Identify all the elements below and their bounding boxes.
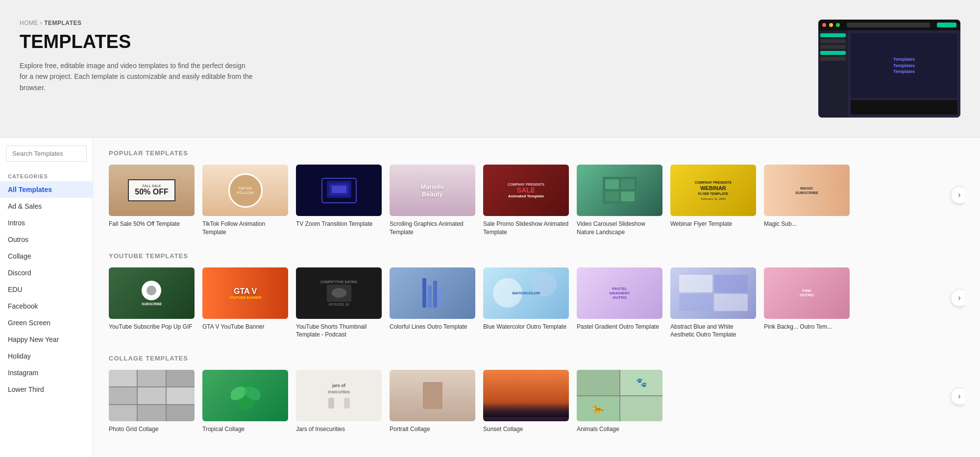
template-card-blue-watercolor[interactable]: WATERCOLOR Blue Watercolor Outro Templat… — [483, 267, 569, 339]
breadcrumb-sep: › — [40, 20, 43, 26]
preview-timeline — [851, 100, 957, 115]
template-thumb-yt-shorts: COMPETITIVE EATING EPISODE 18 — [296, 267, 382, 319]
template-name-portrait: Portrait Collage — [390, 425, 475, 433]
template-card-pastel[interactable]: PASTELGRADIENTOUTRO Pastel Gradient Outr… — [577, 267, 662, 339]
template-card-sale-promo[interactable]: COMPANY PRESENTS SALE Animated Template … — [483, 165, 569, 237]
youtube-scroll-next[interactable]: › — [951, 289, 964, 307]
template-card-tv-zoom[interactable]: TV Zoom Transition Template — [296, 165, 382, 237]
template-name-animals: Animals Collage — [577, 425, 662, 433]
template-card-webinar[interactable]: COMPANY PRESENTS WEBINAR FLYER TEMPLATE … — [670, 165, 756, 237]
template-card-abstract-blue[interactable]: Abstract Blue and White Aesthetic Outro … — [670, 267, 756, 339]
window-close-dot — [822, 23, 826, 27]
template-card-video-carousel[interactable]: Video Carousel Slideshow Nature Landscap… — [577, 165, 662, 237]
template-card-gta-v[interactable]: GTA V YOUTUBE BANNER GTA V YouTube Banne… — [202, 267, 288, 339]
sidebar-item-intros[interactable]: Intros — [0, 215, 93, 231]
template-thumb-tropical — [202, 370, 288, 421]
preview-sidebar-item — [820, 51, 846, 55]
sidebar-item-all-templates[interactable]: All Templates — [0, 181, 93, 198]
search-box[interactable]: ⚲ — [6, 145, 87, 162]
template-card-magic-sub[interactable]: MAGICSUBSCRIBE Magic Sub... — [764, 165, 850, 237]
preview-sidebar — [818, 30, 848, 118]
template-card-yt-shorts[interactable]: COMPETITIVE EATING EPISODE 18 YouTube Sh… — [296, 267, 382, 339]
template-thumb-animals: 🐾 🐆 — [577, 370, 662, 421]
hero-description: Explore free, editable image and video t… — [20, 60, 255, 93]
template-thumb-tv-zoom — [296, 165, 382, 216]
template-name-pink-bg: Pink Backg... Outro Tem... — [764, 323, 850, 331]
template-card-portrait[interactable]: Portrait Collage — [390, 370, 475, 433]
breadcrumb: HOME › TEMPLATES — [20, 20, 255, 26]
template-card-yt-subscribe[interactable]: SUBSCRIBE YouTube Subscribe Pop Up GIF — [109, 267, 195, 339]
template-name-yt-subscribe: YouTube Subscribe Pop Up GIF — [109, 323, 195, 331]
template-thumb-jars: jars of insecurities — [296, 370, 382, 421]
hero-text: HOME › TEMPLATES TEMPLATES Explore free,… — [20, 20, 255, 93]
template-thumb-tiktok: TIKTOKFOLLOW — [202, 165, 288, 216]
main-layout: ⚲ CATEGORIES All Templates Ad & Sales In… — [0, 138, 980, 457]
template-name-jars: Jars of Insecurities — [296, 425, 382, 433]
template-name-tropical: Tropical Collage — [202, 425, 288, 433]
preview-urlbar — [847, 23, 930, 27]
svg-rect-7 — [605, 192, 619, 201]
template-name-abstract-blue: Abstract Blue and White Aesthetic Outro … — [670, 323, 756, 339]
sidebar-item-happy-new-year[interactable]: Happy New Year — [0, 331, 93, 348]
collage-section-title: COLLAGE TEMPLATES — [109, 355, 964, 362]
collage-template-row: Photo Grid Collage Tropical Collage — [109, 370, 964, 433]
template-thumb-pastel: PASTELGRADIENTOUTRO — [577, 267, 662, 319]
preview-sidebar-item — [820, 57, 846, 61]
svg-rect-3 — [332, 186, 346, 193]
template-name-sunset: Sunset Collage — [483, 425, 569, 433]
template-name-yt-shorts: YouTube Shorts Thumbnail Template - Podc… — [296, 323, 382, 339]
template-card-tropical[interactable]: Tropical Collage — [202, 370, 288, 433]
template-name-magic-sub: Magic Sub... — [764, 220, 850, 228]
youtube-template-row: SUBSCRIBE YouTube Subscribe Pop Up GIF G… — [109, 267, 964, 339]
template-name-fall-sale: Fall Sale 50% Off Template — [109, 220, 195, 228]
categories-label: CATEGORIES — [0, 169, 93, 181]
collage-template-scroll: Photo Grid Collage Tropical Collage — [109, 370, 964, 433]
sidebar-item-instagram[interactable]: Instagram — [0, 364, 93, 381]
sidebar-item-green-screen[interactable]: Green Screen — [0, 314, 93, 331]
sidebar-item-lower-third[interactable]: Lower Third — [0, 381, 93, 398]
sidebar-item-holiday[interactable]: Holiday — [0, 348, 93, 364]
template-name-tiktok: TikTok Follow Animation Template — [202, 220, 288, 237]
template-thumb-abstract-blue — [670, 267, 756, 319]
search-input[interactable] — [10, 146, 97, 161]
template-name-pastel: Pastel Gradient Outro Template — [577, 323, 662, 331]
template-name-scrolling: Scrolling Graphics Animated Template — [390, 220, 475, 237]
template-name-collage-grid: Photo Grid Collage — [109, 425, 195, 433]
popular-section-title: POPULAR TEMPLATES — [109, 149, 964, 157]
window-min-dot — [829, 23, 833, 27]
template-thumb-yt-subscribe: SUBSCRIBE — [109, 267, 195, 319]
template-card-colorful[interactable]: Colorful Lines Outro Template — [390, 267, 475, 339]
template-name-webinar: Webinar Flyer Template — [670, 220, 756, 228]
template-card-jars[interactable]: jars of insecurities Jars of Insecuritie… — [296, 370, 382, 433]
content-area: POPULAR TEMPLATES FALL SALE 50% OFF Fall… — [93, 138, 980, 457]
preview-canvas-text: TemplatesTemplatesTemplates — [893, 56, 915, 75]
sidebar: ⚲ CATEGORIES All Templates Ad & Sales In… — [0, 138, 93, 457]
template-thumb-sunset — [483, 370, 569, 421]
template-name-tv-zoom: TV Zoom Transition Template — [296, 220, 382, 228]
svg-rect-6 — [621, 179, 635, 189]
popular-scroll-next[interactable]: › — [951, 186, 964, 204]
template-card-pink-bg[interactable]: PINKOUTRO Pink Backg... Outro Tem... — [764, 267, 850, 339]
template-card-scrolling[interactable]: MarielleBeauty Scrolling Graphics Animat… — [390, 165, 475, 237]
template-card-fall-sale[interactable]: FALL SALE 50% OFF Fall Sale 50% Off Temp… — [109, 165, 195, 237]
sidebar-item-outros[interactable]: Outros — [0, 231, 93, 248]
collage-scroll-next[interactable]: › — [951, 387, 964, 405]
sidebar-item-discord[interactable]: Discord — [0, 265, 93, 281]
template-thumb-scrolling: MarielleBeauty — [390, 165, 475, 216]
breadcrumb-home[interactable]: HOME — [20, 20, 38, 26]
template-thumb-magic-sub: MAGICSUBSCRIBE — [764, 165, 850, 216]
template-card-sunset[interactable]: Sunset Collage — [483, 370, 569, 433]
sidebar-item-facebook[interactable]: Facebook — [0, 298, 93, 314]
preview-action-btn — [937, 23, 956, 27]
template-name-gta-v: GTA V YouTube Banner — [202, 323, 288, 331]
template-card-collage-grid[interactable]: Photo Grid Collage — [109, 370, 195, 433]
sidebar-item-ad-sales[interactable]: Ad & Sales — [0, 198, 93, 215]
sidebar-item-edu[interactable]: EDU — [0, 281, 93, 298]
sidebar-item-collage[interactable]: Collage — [0, 248, 93, 265]
template-thumb-video-carousel — [577, 165, 662, 216]
hero-section: HOME › TEMPLATES TEMPLATES Explore free,… — [0, 0, 980, 138]
template-thumb-fall-sale: FALL SALE 50% OFF — [109, 165, 195, 216]
template-card-animals[interactable]: 🐾 🐆 Animals Collage — [577, 370, 662, 433]
preview-sidebar-item — [820, 39, 846, 43]
template-card-tiktok[interactable]: TIKTOKFOLLOW TikTok Follow Animation Tem… — [202, 165, 288, 237]
